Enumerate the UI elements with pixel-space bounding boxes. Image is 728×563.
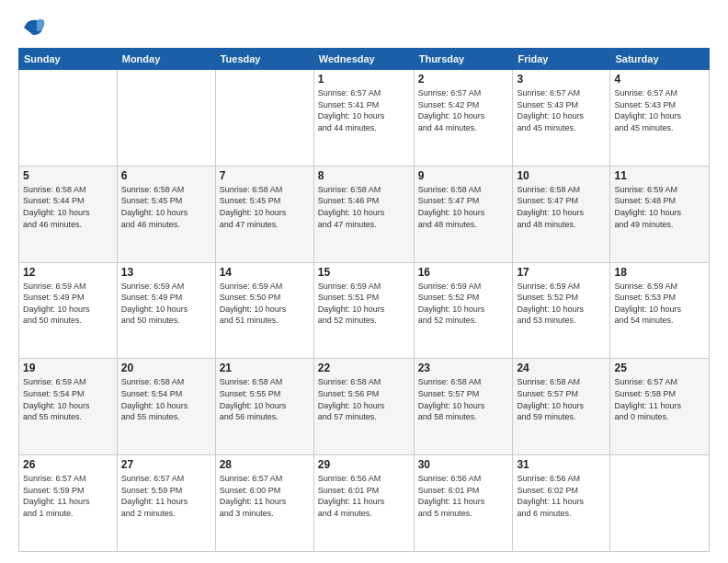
calendar-cell: 14Sunrise: 6:59 AMSunset: 5:50 PMDayligh… (215, 262, 313, 359)
day-info: Sunrise: 6:57 AMSunset: 5:59 PMDaylight:… (121, 473, 211, 519)
day-info: Sunrise: 6:57 AMSunset: 5:58 PMDaylight:… (614, 376, 705, 422)
day-info: Sunrise: 6:58 AMSunset: 5:55 PMDaylight:… (220, 376, 310, 422)
day-info: Sunrise: 6:59 AMSunset: 5:52 PMDaylight:… (517, 281, 606, 327)
day-info: Sunrise: 6:59 AMSunset: 5:50 PMDaylight:… (220, 281, 310, 327)
day-number: 5 (23, 169, 113, 182)
calendar-page: SundayMondayTuesdayWednesdayThursdayFrid… (0, 0, 728, 563)
calendar-cell: 16Sunrise: 6:59 AMSunset: 5:52 PMDayligh… (414, 262, 513, 359)
day-number: 8 (318, 169, 410, 182)
calendar-cell: 6Sunrise: 6:58 AMSunset: 5:45 PMDaylight… (117, 166, 215, 262)
day-info: Sunrise: 6:58 AMSunset: 5:57 PMDaylight:… (418, 376, 509, 422)
calendar-cell: 26Sunrise: 6:57 AMSunset: 5:59 PMDayligh… (19, 455, 118, 552)
day-info: Sunrise: 6:59 AMSunset: 5:51 PMDaylight:… (318, 281, 410, 327)
calendar-cell (610, 455, 710, 552)
day-info: Sunrise: 6:59 AMSunset: 5:49 PMDaylight:… (23, 281, 113, 327)
calendar-cell (19, 70, 118, 167)
header (18, 15, 710, 40)
calendar-cell: 12Sunrise: 6:59 AMSunset: 5:49 PMDayligh… (19, 262, 118, 359)
day-number: 7 (220, 169, 310, 182)
calendar-table: SundayMondayTuesdayWednesdayThursdayFrid… (18, 48, 710, 552)
day-info: Sunrise: 6:57 AMSunset: 5:41 PMDaylight:… (318, 87, 410, 133)
calendar-cell: 29Sunrise: 6:56 AMSunset: 6:01 PMDayligh… (313, 455, 414, 552)
day-number: 2 (418, 73, 509, 86)
calendar-cell (215, 70, 313, 167)
calendar-cell: 30Sunrise: 6:56 AMSunset: 6:01 PMDayligh… (414, 455, 513, 552)
day-number: 19 (23, 362, 113, 374)
day-info: Sunrise: 6:59 AMSunset: 5:48 PMDaylight:… (614, 184, 705, 230)
header-day-saturday: Saturday (610, 49, 710, 70)
day-number: 9 (418, 169, 509, 182)
week-row: 12Sunrise: 6:59 AMSunset: 5:49 PMDayligh… (19, 262, 710, 359)
calendar-cell: 20Sunrise: 6:58 AMSunset: 5:54 PMDayligh… (117, 359, 215, 455)
day-number: 15 (318, 266, 410, 279)
week-row: 1Sunrise: 6:57 AMSunset: 5:41 PMDaylight… (19, 70, 710, 167)
day-number: 18 (614, 266, 705, 279)
day-number: 10 (517, 169, 606, 182)
day-number: 11 (614, 169, 705, 182)
day-number: 24 (517, 362, 606, 374)
day-info: Sunrise: 6:58 AMSunset: 5:56 PMDaylight:… (318, 376, 410, 422)
day-number: 3 (517, 73, 606, 86)
calendar-cell: 4Sunrise: 6:57 AMSunset: 5:43 PMDaylight… (610, 70, 710, 167)
day-info: Sunrise: 6:59 AMSunset: 5:53 PMDaylight:… (614, 281, 705, 327)
calendar-cell: 3Sunrise: 6:57 AMSunset: 5:43 PMDaylight… (513, 70, 610, 167)
header-day-tuesday: Tuesday (215, 49, 313, 70)
day-number: 27 (121, 458, 211, 471)
day-info: Sunrise: 6:58 AMSunset: 5:47 PMDaylight:… (418, 184, 509, 230)
calendar-cell: 18Sunrise: 6:59 AMSunset: 5:53 PMDayligh… (610, 262, 710, 359)
calendar-cell: 22Sunrise: 6:58 AMSunset: 5:56 PMDayligh… (313, 359, 414, 455)
day-number: 25 (614, 362, 705, 374)
day-number: 6 (121, 169, 211, 182)
day-number: 20 (121, 362, 211, 374)
header-day-wednesday: Wednesday (313, 49, 414, 70)
day-info: Sunrise: 6:56 AMSunset: 6:01 PMDaylight:… (318, 473, 410, 519)
day-number: 12 (23, 266, 113, 279)
day-info: Sunrise: 6:58 AMSunset: 5:47 PMDaylight:… (517, 184, 606, 230)
day-number: 31 (517, 458, 606, 471)
calendar-cell: 13Sunrise: 6:59 AMSunset: 5:49 PMDayligh… (117, 262, 215, 359)
calendar-cell: 15Sunrise: 6:59 AMSunset: 5:51 PMDayligh… (313, 262, 414, 359)
header-day-friday: Friday (513, 49, 610, 70)
day-info: Sunrise: 6:59 AMSunset: 5:54 PMDaylight:… (23, 376, 113, 422)
calendar-cell: 10Sunrise: 6:58 AMSunset: 5:47 PMDayligh… (513, 166, 610, 262)
calendar-cell: 19Sunrise: 6:59 AMSunset: 5:54 PMDayligh… (19, 359, 118, 455)
calendar-cell: 24Sunrise: 6:58 AMSunset: 5:57 PMDayligh… (513, 359, 610, 455)
day-number: 17 (517, 266, 606, 279)
day-info: Sunrise: 6:59 AMSunset: 5:49 PMDaylight:… (121, 281, 211, 327)
day-info: Sunrise: 6:57 AMSunset: 5:59 PMDaylight:… (23, 473, 113, 519)
week-row: 5Sunrise: 6:58 AMSunset: 5:44 PMDaylight… (19, 166, 710, 262)
day-info: Sunrise: 6:58 AMSunset: 5:45 PMDaylight:… (220, 184, 310, 230)
day-info: Sunrise: 6:59 AMSunset: 5:52 PMDaylight:… (418, 281, 509, 327)
calendar-cell: 17Sunrise: 6:59 AMSunset: 5:52 PMDayligh… (513, 262, 610, 359)
day-number: 29 (318, 458, 410, 471)
calendar-cell: 25Sunrise: 6:57 AMSunset: 5:58 PMDayligh… (610, 359, 710, 455)
calendar-cell: 28Sunrise: 6:57 AMSunset: 6:00 PMDayligh… (215, 455, 313, 552)
day-number: 13 (121, 266, 211, 279)
day-number: 14 (220, 266, 310, 279)
calendar-cell: 11Sunrise: 6:59 AMSunset: 5:48 PMDayligh… (610, 166, 710, 262)
calendar-cell: 31Sunrise: 6:56 AMSunset: 6:02 PMDayligh… (513, 455, 610, 552)
header-day-monday: Monday (117, 49, 215, 70)
day-number: 26 (23, 458, 113, 471)
calendar-cell: 23Sunrise: 6:58 AMSunset: 5:57 PMDayligh… (414, 359, 513, 455)
day-info: Sunrise: 6:56 AMSunset: 6:02 PMDaylight:… (517, 473, 606, 519)
day-number: 16 (418, 266, 509, 279)
day-info: Sunrise: 6:58 AMSunset: 5:57 PMDaylight:… (517, 376, 606, 422)
day-info: Sunrise: 6:58 AMSunset: 5:45 PMDaylight:… (121, 184, 211, 230)
header-day-thursday: Thursday (414, 49, 513, 70)
day-info: Sunrise: 6:57 AMSunset: 6:00 PMDaylight:… (220, 473, 310, 519)
day-info: Sunrise: 6:56 AMSunset: 6:01 PMDaylight:… (418, 473, 509, 519)
calendar-cell: 27Sunrise: 6:57 AMSunset: 5:59 PMDayligh… (117, 455, 215, 552)
day-number: 4 (614, 73, 705, 86)
logo (18, 15, 46, 40)
calendar-cell: 2Sunrise: 6:57 AMSunset: 5:42 PMDaylight… (414, 70, 513, 167)
calendar-cell: 1Sunrise: 6:57 AMSunset: 5:41 PMDaylight… (313, 70, 414, 167)
day-number: 30 (418, 458, 509, 471)
day-number: 22 (318, 362, 410, 374)
day-info: Sunrise: 6:58 AMSunset: 5:54 PMDaylight:… (121, 376, 211, 422)
day-info: Sunrise: 6:57 AMSunset: 5:43 PMDaylight:… (614, 87, 705, 133)
week-row: 19Sunrise: 6:59 AMSunset: 5:54 PMDayligh… (19, 359, 710, 455)
day-number: 23 (418, 362, 509, 374)
calendar-cell: 21Sunrise: 6:58 AMSunset: 5:55 PMDayligh… (215, 359, 313, 455)
calendar-cell: 7Sunrise: 6:58 AMSunset: 5:45 PMDaylight… (215, 166, 313, 262)
